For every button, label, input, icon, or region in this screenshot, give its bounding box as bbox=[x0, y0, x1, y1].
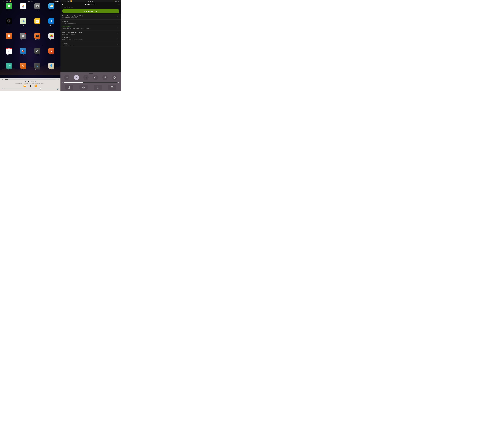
track-more-0[interactable]: ⊙ bbox=[116, 15, 119, 18]
track-item-1[interactable]: Penelope Pinback • Blue Screen Life ⊙ bbox=[60, 19, 121, 25]
cc-bluetooth-button[interactable] bbox=[83, 75, 89, 80]
left-panel: T-Mobile 📶 2:56 AM ↗ ⚡ 23% Messages bbox=[0, 0, 60, 91]
signal-dots bbox=[1, 1, 5, 1]
app-label-clock: Clock bbox=[8, 24, 10, 26]
app-label-overcast: Overcast bbox=[21, 69, 25, 70]
cc-calculator3-button[interactable]: ● bbox=[94, 85, 102, 90]
app-weather[interactable]: Weather bbox=[44, 3, 58, 18]
app-label-slack: Slack bbox=[50, 39, 53, 40]
app-slack[interactable]: S Slack bbox=[44, 33, 58, 47]
track-more-5[interactable]: ⊙ bbox=[116, 43, 119, 46]
app-clock[interactable]: 12 6 3 9 Clock bbox=[2, 18, 16, 33]
track-list: Ocean Repeating (Big-eyed Girl) Wild Not… bbox=[60, 14, 121, 72]
track-more-1[interactable]: ⊙ bbox=[116, 21, 119, 24]
now-playing-title: Safe And Sound bbox=[2, 80, 59, 82]
track-more-4[interactable]: ⊙ bbox=[116, 37, 119, 40]
pause-button[interactable]: ⏸ bbox=[29, 84, 31, 87]
signal-dot-r2 bbox=[62, 1, 63, 1]
track-item-4[interactable]: I'll Be Around Empire Of The Sun • Ice O… bbox=[60, 36, 121, 41]
bluetooth-icon-right: ⚡ bbox=[113, 0, 115, 2]
app-label-messages: Messages bbox=[7, 10, 11, 11]
app-icon-1password bbox=[34, 63, 40, 69]
app-icon-messages bbox=[6, 3, 12, 9]
cc-airplay-button[interactable] bbox=[112, 75, 117, 80]
progress-bar[interactable] bbox=[5, 79, 56, 80]
right-icons-left: ↗ ⚡ 23% bbox=[52, 0, 59, 2]
carrier-name-right: T-Mobile bbox=[66, 0, 70, 2]
svg-text:S: S bbox=[51, 35, 52, 36]
app-1password[interactable]: 1Password bbox=[30, 63, 44, 77]
app-icon-slack: S bbox=[48, 33, 54, 39]
time-elapsed: 0:07 bbox=[2, 79, 4, 80]
fastforward-button[interactable]: ⏩ bbox=[34, 84, 37, 87]
app-label-1password: 1Password bbox=[35, 69, 40, 70]
svg-point-72 bbox=[51, 67, 52, 67]
app-reeder[interactable]: Reeder bbox=[30, 48, 44, 62]
app-icon-music bbox=[48, 48, 54, 54]
app-appstore[interactable]: A App Store bbox=[44, 18, 58, 33]
shuffle-play-button[interactable]: ▶ SHUFFLE PLAY bbox=[62, 9, 119, 13]
app-icon-maps bbox=[20, 18, 26, 24]
track-meta-0: Wild Nothing • Empty Estate bbox=[62, 17, 116, 19]
app-alienblue[interactable]: Alien Blue bbox=[16, 48, 30, 62]
app-calendar[interactable]: Friday 20 Calendar bbox=[2, 48, 16, 62]
track-meta-4: Empire Of The Sun • Ice On The Dune bbox=[62, 39, 116, 40]
app-grid: Messages Photos bbox=[0, 2, 60, 78]
battery-percent-right: 23% bbox=[115, 0, 117, 2]
cc-camera3-button[interactable] bbox=[108, 85, 116, 90]
app-music[interactable]: Music bbox=[44, 48, 58, 62]
track-name-5: Nocturne bbox=[62, 42, 116, 44]
app-label-reeder: Reeder bbox=[36, 54, 39, 56]
cc-flashlight-button[interactable] bbox=[65, 85, 73, 90]
cc-rotation-button[interactable] bbox=[102, 75, 108, 80]
volume-high-icon: 🔊 bbox=[57, 88, 59, 90]
app-tweetbot[interactable]: Tweetbot bbox=[44, 63, 58, 77]
svg-point-66 bbox=[51, 65, 51, 65]
carrier-right: T-Mobile 📶 bbox=[62, 0, 72, 2]
app-icon-appstore: A bbox=[48, 18, 54, 24]
app-icon-notes bbox=[34, 18, 40, 24]
carrier-left: T-Mobile 📶 bbox=[1, 0, 11, 2]
more-button[interactable]: ··· bbox=[118, 3, 119, 5]
app-harmony[interactable]: H Harmony Harmony bbox=[2, 63, 16, 77]
prev-track-partial: AYUSE KOZUE • A K bbox=[60, 6, 121, 8]
volume-bar[interactable] bbox=[4, 89, 56, 89]
track-more-2[interactable]: ⊙ bbox=[116, 26, 119, 29]
app-icon-ibooks bbox=[6, 33, 12, 39]
app-maps[interactable]: Maps bbox=[16, 18, 30, 33]
app-messages[interactable]: Messages bbox=[2, 3, 16, 18]
battery-icon-left bbox=[57, 0, 59, 2]
app-settings[interactable]: 1 Settings bbox=[16, 33, 30, 47]
rewind-button[interactable]: ⏪ bbox=[23, 84, 26, 87]
track-meta-1: Pinback • Blue Screen Life bbox=[62, 22, 116, 24]
svg-rect-45 bbox=[52, 50, 52, 52]
signal-dot-4 bbox=[4, 1, 4, 1]
track-item-2[interactable]: Safe And Sound Capital Cities • In A Tid… bbox=[60, 25, 121, 30]
track-item-3[interactable]: Move On Up - Extended Version Curtis May… bbox=[60, 30, 121, 36]
progress-row: 0:07 -3:05 bbox=[2, 79, 59, 80]
svg-rect-69 bbox=[51, 66, 51, 67]
svg-point-3 bbox=[22, 6, 23, 7]
app-camera[interactable]: Camera bbox=[30, 3, 44, 18]
track-more-3[interactable]: ⊙ bbox=[116, 32, 119, 35]
svg-point-42 bbox=[23, 50, 24, 51]
brightness-bar[interactable] bbox=[64, 82, 117, 83]
svg-point-44 bbox=[37, 52, 37, 52]
cc-wifi-button[interactable] bbox=[74, 75, 79, 80]
cc-timer-button[interactable] bbox=[79, 85, 88, 90]
svg-text:●: ● bbox=[97, 86, 98, 88]
app-overcast[interactable]: Overcast bbox=[16, 63, 30, 77]
track-name-0: Ocean Repeating (Big-eyed Girl) bbox=[62, 15, 116, 17]
track-item-5[interactable]: Nocturne Wild Nothing • Nocturne ⊙ bbox=[60, 41, 121, 47]
track-info-0: Ocean Repeating (Big-eyed Girl) Wild Not… bbox=[62, 15, 116, 19]
track-item-0[interactable]: Ocean Repeating (Big-eyed Girl) Wild Not… bbox=[60, 14, 121, 19]
cc-donotdisturb-button[interactable] bbox=[93, 75, 98, 80]
cc-airplane-button[interactable]: ✈ bbox=[64, 75, 70, 80]
app-photos[interactable]: Photos bbox=[16, 3, 30, 18]
app-notes[interactable]: Notes bbox=[30, 18, 44, 33]
app-ibooks[interactable]: iBooks bbox=[2, 33, 16, 47]
track-info-4: I'll Be Around Empire Of The Sun • Ice O… bbox=[62, 37, 116, 40]
app-calculator[interactable]: + × − = Calculator bbox=[30, 33, 44, 47]
back-button[interactable]: ‹ bbox=[62, 3, 64, 5]
status-bar-left: T-Mobile 📶 2:56 AM ↗ ⚡ 23% bbox=[0, 0, 60, 2]
